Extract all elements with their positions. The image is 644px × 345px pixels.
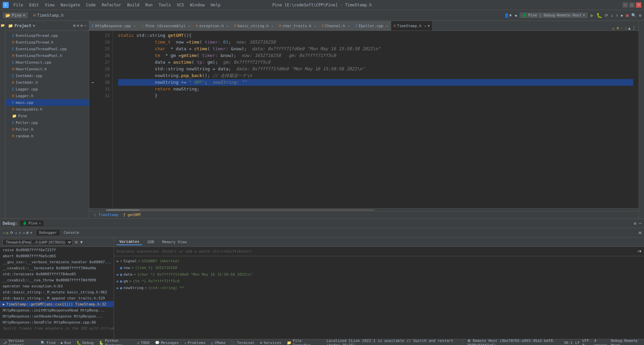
tree-item-selected[interactable]: Cmain.cpp bbox=[5, 99, 89, 106]
close-pine-debug[interactable]: ✕ bbox=[39, 221, 41, 225]
stack-frame-13[interactable]: Switch frames from anywhere in the IDE w… bbox=[0, 325, 114, 331]
tab-basic-string-h[interactable]: H basic_string.h ✕ bbox=[231, 21, 276, 30]
tree-item[interactable]: 📁Pine bbox=[5, 113, 89, 119]
tab-close-3[interactable]: ✕ bbox=[271, 24, 273, 28]
var-now[interactable]: ▶ ▣ now = {time_t} 1652716258 bbox=[114, 264, 644, 271]
tree-item[interactable]: Hrandom.h bbox=[5, 133, 89, 139]
stack-frame-0[interactable]: raise 0x00007ffff6e7237f bbox=[0, 247, 114, 253]
debug-tab-console[interactable]: Console bbox=[61, 230, 82, 235]
status-version-control[interactable]: ⎇ Version Control bbox=[3, 339, 35, 345]
status-run[interactable]: ▶ Run bbox=[61, 341, 71, 345]
var-data[interactable]: ▶ ▣ data = {char *} 0x7ffff71fd0e0 "Mon … bbox=[114, 271, 644, 278]
menu-file[interactable]: File bbox=[11, 2, 26, 8]
minimize-button[interactable]: ─ bbox=[623, 2, 628, 8]
menu-tools[interactable]: Tools bbox=[156, 2, 173, 8]
tab-timestamp-h-active[interactable]: H TimeStamp.h ✕ ▼ bbox=[391, 21, 433, 30]
debug-profile-selector[interactable]: 🌲 Pine | Debug-Remote Host ▼ bbox=[520, 12, 588, 18]
filter-icon[interactable]: ⊟ bbox=[75, 240, 77, 245]
tab-pine-disasm[interactable]: ⬡ Pine (disassembly) ✕ bbox=[139, 21, 193, 30]
var-expand-icon2[interactable]: ▶ bbox=[117, 266, 119, 270]
tree-item[interactable]: Hnocopyable.h bbox=[5, 106, 89, 113]
menu-build[interactable]: Build bbox=[124, 2, 142, 8]
eval-bar[interactable]: Evaluate expression (Enter) or add a wat… bbox=[114, 247, 644, 256]
status-problems[interactable]: ⚠ Problems bbox=[184, 341, 206, 345]
status-find[interactable]: 🔍 Find bbox=[41, 341, 56, 345]
tab-close-1[interactable]: ✕ bbox=[188, 24, 190, 28]
menu-window[interactable]: Window bbox=[187, 2, 207, 8]
close-button[interactable]: ✕ bbox=[636, 2, 641, 8]
run-button[interactable]: ▶ bbox=[590, 12, 594, 18]
stack-frame-12[interactable]: HttpResponse::SendFile HttpResponse.cpp:… bbox=[0, 319, 114, 325]
step-out-debug[interactable]: ↑ bbox=[19, 230, 21, 235]
restart-icon[interactable]: ↺ bbox=[3, 230, 5, 235]
project-dropdown[interactable]: ▼ bbox=[33, 23, 35, 28]
resume-debug-icon[interactable]: ▶ bbox=[6, 230, 9, 235]
eval-submit[interactable]: ↑ bbox=[637, 249, 639, 254]
debug-minimize-icon[interactable]: ─ bbox=[639, 221, 641, 226]
debug-tab-debugger[interactable]: Debugger bbox=[37, 230, 60, 235]
expand-all-icon[interactable]: ▼ bbox=[80, 240, 83, 245]
var-tab-memory[interactable]: Memory View bbox=[159, 239, 189, 245]
var-expand-icon[interactable]: ▶ bbox=[117, 259, 119, 263]
tab-char-traits-h[interactable]: H char_traits.h ✕ bbox=[276, 21, 319, 30]
run-to-cursor[interactable]: ⇒ bbox=[22, 230, 25, 235]
tab-exception-h[interactable]: H exception.h ✕ bbox=[193, 21, 231, 30]
tree-item[interactable]: CLogger.cpp bbox=[5, 86, 89, 92]
var-tab-variables[interactable]: Variables bbox=[117, 239, 142, 245]
step-into-debug[interactable]: ↓ bbox=[15, 230, 17, 235]
stack-frame-4[interactable]: std::terminate 0x00007ffff784ee05 bbox=[0, 271, 114, 277]
menu-code[interactable]: Code bbox=[84, 2, 99, 8]
tab-close-4[interactable]: ✕ bbox=[314, 24, 316, 28]
tab-close-2[interactable]: ✕ bbox=[226, 24, 228, 28]
debug-button[interactable]: 🐛 bbox=[596, 13, 602, 18]
stack-frame-8[interactable]: std::basic_string::_M_append char_traits… bbox=[0, 295, 114, 301]
tree-item[interactable]: CInetAddr.cpp bbox=[5, 72, 89, 79]
horizontal-scrollbar[interactable] bbox=[89, 208, 639, 211]
tab-close-5[interactable]: ✕ bbox=[348, 24, 350, 28]
settings-icon[interactable]: ⚙ bbox=[639, 13, 641, 18]
tree-item[interactable]: HInetAddr.h bbox=[5, 79, 89, 86]
tab-epoller-cpp[interactable]: C Epoller.cpp ✕ bbox=[353, 21, 391, 30]
stack-frame-2[interactable]: __gnu_cxx::__verbose_terminate_handler 0… bbox=[0, 259, 114, 265]
menu-vcs[interactable]: VCS bbox=[174, 2, 187, 8]
tree-item[interactable]: CEventLoopThreadPool.cpp bbox=[5, 46, 89, 52]
breadcrumb-timestamp[interactable]: ⬡ TimeStamp bbox=[93, 213, 118, 217]
gear-icon[interactable]: ⚙ bbox=[80, 23, 83, 28]
sort-icon[interactable]: ≡ bbox=[77, 23, 79, 28]
menu-run[interactable]: Run bbox=[143, 2, 155, 8]
tab-close-7[interactable]: ✕ bbox=[424, 24, 426, 28]
menu-navigate[interactable]: Navigate bbox=[58, 2, 83, 8]
var-tab-gdb[interactable]: GDB bbox=[145, 239, 157, 245]
menu-refactor[interactable]: Refactor bbox=[99, 2, 124, 8]
status-debug[interactable]: 🐛 Debug bbox=[76, 341, 94, 345]
tree-item[interactable]: HLogger.h bbox=[5, 92, 89, 99]
tab-close-6[interactable]: ✕ bbox=[386, 24, 388, 28]
status-file-transfer[interactable]: 📁 File Transfer bbox=[287, 339, 316, 345]
maximize-button[interactable]: □ bbox=[629, 2, 635, 8]
tab-close-0[interactable]: ✕ bbox=[133, 24, 136, 28]
tab-dropdown[interactable]: ▼ bbox=[428, 24, 430, 28]
eval-expr[interactable]: ⊞ bbox=[26, 230, 29, 235]
scope-icon[interactable]: ⊞ bbox=[73, 23, 76, 28]
stack-frame-5[interactable]: __cxxabiv1::__cxa_throw 0x00007ffff784f0… bbox=[0, 277, 114, 283]
var-nowstring[interactable]: ▶ ▣ nowString = {std::string} ** bbox=[114, 284, 644, 291]
status-python[interactable]: 🐍 Python Packages bbox=[99, 339, 132, 345]
var-expand-icon3[interactable]: ▶ bbox=[117, 273, 119, 276]
tree-item[interactable]: CPoller.cpp bbox=[5, 119, 89, 126]
tree-item[interactable]: HEventLoopThread.h bbox=[5, 39, 89, 46]
eval-expand[interactable]: ▼ bbox=[639, 249, 641, 254]
back-icon[interactable]: ◀ bbox=[514, 13, 517, 18]
resume-btn[interactable]: ▶ bbox=[621, 13, 623, 18]
status-messages[interactable]: 💬 Messages bbox=[155, 341, 179, 345]
layout-icon[interactable]: ⊞ bbox=[639, 230, 641, 235]
status-cmake[interactable]: △ CMake bbox=[211, 341, 226, 345]
stack-frame-1[interactable]: abort 0x00007ffff6e5cdb5 bbox=[0, 253, 114, 259]
status-terminal[interactable]: ⬛ Terminal bbox=[231, 341, 255, 345]
menu-edit[interactable]: Edit bbox=[26, 2, 42, 8]
stack-frame-9-active[interactable]: ▶ TimeStamp::getGMT[abi:cxx11]() TimeSta… bbox=[0, 301, 114, 307]
var-signal[interactable]: ▶ ⚡ Signal = SIGABRT (Aborted) bbox=[114, 258, 644, 264]
tree-item[interactable]: HHeartConnect.h bbox=[5, 66, 89, 72]
tree-item[interactable]: HEventLoopThreadPool.h bbox=[5, 52, 89, 59]
stack-frame-6[interactable]: operator new exception.h:63 bbox=[0, 283, 114, 289]
thread-selector[interactable]: Thread-6-[Pine] ...0 (LWP 2673563)) bbox=[3, 239, 72, 245]
